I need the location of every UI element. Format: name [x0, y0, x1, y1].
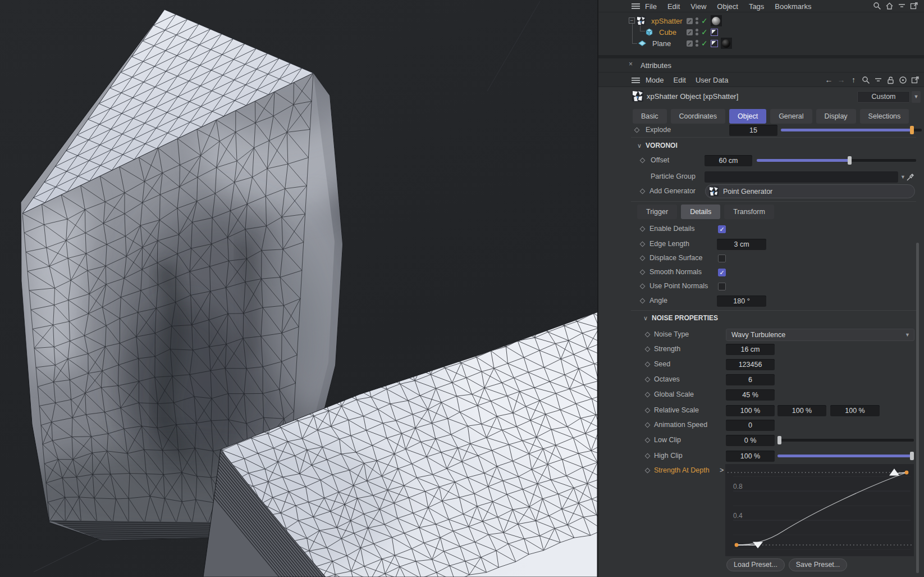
material-thumb[interactable] — [711, 15, 722, 26]
strength-at-depth-curve[interactable]: 0.8 0.4 — [725, 464, 914, 556]
up-icon[interactable]: ↑ — [849, 75, 858, 84]
angle-value[interactable]: 180 ° — [717, 296, 766, 307]
curve-point-end[interactable] — [905, 471, 909, 475]
scrollbar[interactable] — [916, 243, 919, 573]
material-thumb[interactable] — [721, 38, 732, 49]
high-clip-slider[interactable] — [777, 455, 914, 457]
keyframe-diamond-icon[interactable] — [640, 189, 646, 194]
tab-selections[interactable]: Selections — [860, 109, 909, 124]
close-icon[interactable]: × — [629, 60, 633, 68]
home-icon[interactable] — [885, 2, 894, 10]
enable-details-checkbox[interactable]: ✓ — [718, 225, 726, 233]
selection-tag-icon[interactable] — [711, 40, 718, 47]
hamburger-icon[interactable] — [631, 77, 641, 84]
new-window-icon[interactable] — [911, 76, 920, 84]
explode-slider[interactable] — [781, 129, 922, 131]
attr-menu-edit[interactable]: Edit — [674, 76, 686, 84]
menu-object[interactable]: Object — [717, 2, 738, 11]
use-point-normals-checkbox[interactable] — [718, 283, 726, 290]
slider-handle[interactable] — [777, 436, 781, 444]
target-icon[interactable] — [899, 76, 907, 84]
displace-surface-checkbox[interactable] — [718, 255, 726, 262]
object-row-xpshatter[interactable]: − xpShatter ✓ — [598, 15, 924, 26]
search-icon[interactable] — [862, 76, 870, 84]
offset-value[interactable]: 60 cm — [705, 155, 752, 166]
filter-icon[interactable] — [898, 2, 906, 10]
menu-view[interactable]: View — [690, 2, 706, 11]
relative-scale-x[interactable]: 100 % — [726, 405, 775, 416]
preset-dropdown-arrow-icon[interactable]: ▼ — [912, 91, 921, 103]
object-name[interactable]: xpShatter — [651, 17, 683, 25]
object-name[interactable]: Cube — [659, 28, 676, 37]
low-clip-value[interactable]: 0 % — [726, 435, 775, 446]
low-clip-slider[interactable] — [777, 439, 914, 442]
subtab-trigger[interactable]: Trigger — [637, 205, 677, 219]
editor-toggle-icon[interactable] — [687, 18, 693, 24]
section-voronoi[interactable]: ∨VORONOI — [637, 142, 678, 149]
back-icon[interactable]: ← — [825, 75, 833, 84]
subtab-transform[interactable]: Transform — [724, 205, 774, 219]
expand-icon[interactable]: − — [629, 17, 635, 24]
search-icon[interactable] — [873, 2, 881, 10]
enabled-check-icon[interactable]: ✓ — [701, 39, 708, 47]
forward-icon[interactable]: → — [837, 75, 845, 84]
tab-object[interactable]: Object — [729, 109, 766, 124]
point-generator-button[interactable]: Point Generator — [705, 184, 915, 198]
slider-handle[interactable] — [910, 452, 914, 460]
slider-handle[interactable] — [910, 126, 914, 134]
particle-group-field[interactable] — [705, 171, 898, 183]
tab-basic[interactable]: Basic — [633, 109, 667, 124]
enabled-check-icon[interactable]: ✓ — [701, 28, 708, 36]
slider-handle[interactable] — [848, 156, 852, 165]
tab-general[interactable]: General — [770, 109, 812, 124]
octaves-value[interactable]: 6 — [726, 374, 775, 385]
object-row-cube[interactable]: Cube ✓ — [598, 26, 924, 38]
tab-coordinates[interactable]: Coordinates — [671, 109, 725, 124]
viewport-3d[interactable] — [0, 0, 597, 577]
eyedropper-icon[interactable] — [906, 172, 915, 181]
subtab-details[interactable]: Details — [681, 205, 720, 219]
curve-tangent-handle[interactable] — [889, 469, 899, 476]
load-preset-button[interactable]: Load Preset... — [726, 558, 785, 571]
save-preset-button[interactable]: Save Preset... — [789, 558, 847, 571]
preset-dropdown[interactable]: Custom — [857, 91, 910, 103]
section-noise-properties[interactable]: ∨NOISE PROPERTIES — [643, 314, 718, 322]
strength-value[interactable]: 16 cm — [726, 344, 775, 355]
selection-tag-icon[interactable] — [711, 29, 718, 36]
tab-display[interactable]: Display — [816, 109, 856, 124]
relative-scale-z[interactable]: 100 % — [830, 405, 880, 416]
animation-speed-value[interactable]: 0 — [726, 420, 775, 431]
seed-value[interactable]: 123456 — [726, 359, 775, 370]
filter-icon[interactable] — [874, 76, 882, 84]
explode-value[interactable]: 15 — [729, 125, 777, 136]
hamburger-icon[interactable] — [631, 3, 641, 10]
dropdown-arrow-icon[interactable]: ▼ — [900, 174, 905, 180]
menu-bookmarks[interactable]: Bookmarks — [775, 2, 811, 11]
lock-icon[interactable] — [886, 76, 895, 84]
visibility-dots[interactable] — [696, 17, 698, 24]
menu-tags[interactable]: Tags — [749, 2, 764, 11]
object-name[interactable]: Plane — [652, 39, 671, 48]
keyframe-diamond-icon[interactable] — [634, 128, 640, 133]
menu-edit[interactable]: Edit — [667, 2, 680, 11]
editor-toggle-icon[interactable] — [687, 29, 693, 35]
visibility-dots[interactable] — [696, 40, 698, 47]
editor-toggle-icon[interactable] — [687, 40, 693, 47]
high-clip-value[interactable]: 100 % — [726, 451, 775, 462]
object-row-plane[interactable]: Plane ✓ — [598, 38, 924, 49]
offset-slider[interactable] — [757, 159, 916, 162]
expander-icon[interactable]: > — [720, 466, 724, 474]
curve-point-start[interactable] — [735, 543, 739, 547]
attr-menu-mode[interactable]: Mode — [646, 76, 664, 84]
enabled-check-icon[interactable]: ✓ — [701, 17, 708, 25]
visibility-dots[interactable] — [696, 29, 698, 35]
edge-length-value[interactable]: 3 cm — [717, 239, 766, 250]
smooth-normals-checkbox[interactable]: ✓ — [718, 269, 726, 276]
menu-file[interactable]: File — [645, 2, 657, 11]
noise-type-dropdown[interactable]: Wavy Turbulence▼ — [726, 329, 914, 341]
keyframe-diamond-icon[interactable] — [640, 158, 646, 163]
global-scale-value[interactable]: 45 % — [726, 389, 775, 401]
new-window-icon[interactable] — [910, 2, 918, 10]
relative-scale-y[interactable]: 100 % — [777, 405, 826, 416]
attr-menu-userdata[interactable]: User Data — [696, 76, 729, 84]
